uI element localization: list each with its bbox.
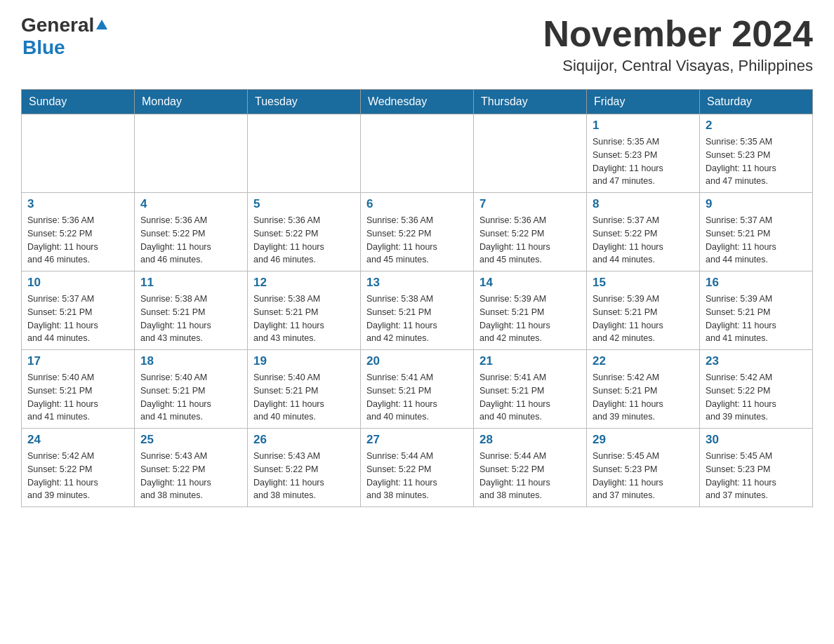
calendar-cell: 19Sunrise: 5:40 AMSunset: 5:21 PMDayligh… bbox=[248, 350, 361, 429]
day-number: 29 bbox=[593, 433, 694, 447]
day-number: 28 bbox=[479, 433, 581, 447]
calendar-cell: 6Sunrise: 5:36 AMSunset: 5:22 PMDaylight… bbox=[361, 193, 474, 271]
calendar-cell: 28Sunrise: 5:44 AMSunset: 5:22 PMDayligh… bbox=[474, 429, 587, 507]
day-info: Sunrise: 5:45 AMSunset: 5:23 PMDaylight:… bbox=[593, 450, 694, 502]
day-info: Sunrise: 5:44 AMSunset: 5:22 PMDaylight:… bbox=[479, 450, 581, 502]
calendar-cell: 2Sunrise: 5:35 AMSunset: 5:23 PMDaylight… bbox=[700, 114, 813, 193]
calendar-cell: 21Sunrise: 5:41 AMSunset: 5:21 PMDayligh… bbox=[474, 350, 587, 429]
calendar-cell bbox=[248, 114, 361, 193]
day-number: 25 bbox=[140, 433, 241, 447]
day-info: Sunrise: 5:45 AMSunset: 5:23 PMDaylight:… bbox=[706, 450, 807, 502]
day-number: 1 bbox=[593, 119, 694, 133]
day-info: Sunrise: 5:37 AMSunset: 5:21 PMDaylight:… bbox=[706, 214, 807, 267]
day-number: 18 bbox=[140, 354, 241, 368]
calendar-cell: 24Sunrise: 5:42 AMSunset: 5:22 PMDayligh… bbox=[22, 429, 135, 507]
calendar-cell: 4Sunrise: 5:36 AMSunset: 5:22 PMDaylight… bbox=[135, 193, 248, 271]
day-number: 3 bbox=[27, 197, 128, 211]
column-header-thursday: Thursday bbox=[474, 90, 587, 114]
column-header-saturday: Saturday bbox=[700, 90, 813, 114]
day-info: Sunrise: 5:37 AMSunset: 5:21 PMDaylight:… bbox=[27, 293, 128, 345]
month-title: November 2024 bbox=[543, 14, 813, 54]
day-info: Sunrise: 5:39 AMSunset: 5:21 PMDaylight:… bbox=[479, 293, 581, 345]
day-number: 5 bbox=[253, 197, 355, 211]
calendar-cell: 13Sunrise: 5:38 AMSunset: 5:21 PMDayligh… bbox=[361, 271, 474, 350]
day-number: 17 bbox=[27, 354, 128, 368]
day-info: Sunrise: 5:39 AMSunset: 5:21 PMDaylight:… bbox=[706, 293, 807, 345]
day-info: Sunrise: 5:35 AMSunset: 5:23 PMDaylight:… bbox=[706, 135, 807, 188]
day-number: 14 bbox=[479, 276, 581, 290]
logo: General Blue bbox=[21, 14, 107, 59]
logo-general: General bbox=[21, 14, 94, 36]
day-number: 26 bbox=[253, 433, 355, 447]
day-number: 22 bbox=[593, 354, 694, 368]
day-number: 21 bbox=[479, 354, 581, 368]
day-number: 2 bbox=[706, 119, 807, 133]
calendar-cell: 26Sunrise: 5:43 AMSunset: 5:22 PMDayligh… bbox=[248, 429, 361, 507]
calendar-cell: 25Sunrise: 5:43 AMSunset: 5:22 PMDayligh… bbox=[135, 429, 248, 507]
day-info: Sunrise: 5:36 AMSunset: 5:22 PMDaylight:… bbox=[27, 214, 128, 267]
page-header: General Blue November 2024 Siquijor, Cen… bbox=[21, 14, 813, 75]
week-row-4: 17Sunrise: 5:40 AMSunset: 5:21 PMDayligh… bbox=[22, 350, 813, 429]
day-number: 16 bbox=[706, 276, 807, 290]
day-number: 27 bbox=[366, 433, 468, 447]
day-info: Sunrise: 5:44 AMSunset: 5:22 PMDaylight:… bbox=[366, 450, 468, 502]
day-info: Sunrise: 5:40 AMSunset: 5:21 PMDaylight:… bbox=[140, 371, 241, 424]
logo-blue: Blue bbox=[22, 36, 65, 58]
calendar-cell: 10Sunrise: 5:37 AMSunset: 5:21 PMDayligh… bbox=[22, 271, 135, 350]
column-header-tuesday: Tuesday bbox=[248, 90, 361, 114]
day-number: 7 bbox=[479, 197, 581, 211]
day-info: Sunrise: 5:43 AMSunset: 5:22 PMDaylight:… bbox=[253, 450, 355, 502]
title-block: November 2024 Siquijor, Central Visayas,… bbox=[543, 14, 813, 75]
calendar-cell: 23Sunrise: 5:42 AMSunset: 5:22 PMDayligh… bbox=[700, 350, 813, 429]
calendar-cell bbox=[135, 114, 248, 193]
calendar-cell: 16Sunrise: 5:39 AMSunset: 5:21 PMDayligh… bbox=[700, 271, 813, 350]
day-number: 15 bbox=[593, 276, 694, 290]
day-info: Sunrise: 5:40 AMSunset: 5:21 PMDaylight:… bbox=[27, 371, 128, 424]
day-number: 6 bbox=[366, 197, 468, 211]
day-info: Sunrise: 5:43 AMSunset: 5:22 PMDaylight:… bbox=[140, 450, 241, 502]
column-header-sunday: Sunday bbox=[22, 90, 135, 114]
day-info: Sunrise: 5:39 AMSunset: 5:21 PMDaylight:… bbox=[593, 293, 694, 345]
calendar-cell bbox=[361, 114, 474, 193]
day-number: 11 bbox=[140, 276, 241, 290]
day-info: Sunrise: 5:40 AMSunset: 5:21 PMDaylight:… bbox=[253, 371, 355, 424]
day-number: 9 bbox=[706, 197, 807, 211]
day-info: Sunrise: 5:42 AMSunset: 5:22 PMDaylight:… bbox=[706, 371, 807, 424]
day-number: 23 bbox=[706, 354, 807, 368]
location-subtitle: Siquijor, Central Visayas, Philippines bbox=[543, 57, 813, 75]
calendar-cell: 5Sunrise: 5:36 AMSunset: 5:22 PMDaylight… bbox=[248, 193, 361, 271]
week-row-5: 24Sunrise: 5:42 AMSunset: 5:22 PMDayligh… bbox=[22, 429, 813, 507]
day-number: 24 bbox=[27, 433, 128, 447]
day-info: Sunrise: 5:42 AMSunset: 5:22 PMDaylight:… bbox=[27, 450, 128, 502]
day-info: Sunrise: 5:41 AMSunset: 5:21 PMDaylight:… bbox=[366, 371, 468, 424]
calendar-cell: 14Sunrise: 5:39 AMSunset: 5:21 PMDayligh… bbox=[474, 271, 587, 350]
calendar-cell: 17Sunrise: 5:40 AMSunset: 5:21 PMDayligh… bbox=[22, 350, 135, 429]
week-row-3: 10Sunrise: 5:37 AMSunset: 5:21 PMDayligh… bbox=[22, 271, 813, 350]
day-number: 8 bbox=[593, 197, 694, 211]
day-number: 4 bbox=[140, 197, 241, 211]
day-number: 13 bbox=[366, 276, 468, 290]
calendar-cell: 27Sunrise: 5:44 AMSunset: 5:22 PMDayligh… bbox=[361, 429, 474, 507]
day-number: 20 bbox=[366, 354, 468, 368]
calendar-header-row: SundayMondayTuesdayWednesdayThursdayFrid… bbox=[22, 90, 813, 114]
day-info: Sunrise: 5:36 AMSunset: 5:22 PMDaylight:… bbox=[253, 214, 355, 267]
day-info: Sunrise: 5:37 AMSunset: 5:22 PMDaylight:… bbox=[593, 214, 694, 267]
day-info: Sunrise: 5:36 AMSunset: 5:22 PMDaylight:… bbox=[366, 214, 468, 267]
calendar-table: SundayMondayTuesdayWednesdayThursdayFrid… bbox=[21, 89, 813, 507]
day-info: Sunrise: 5:42 AMSunset: 5:21 PMDaylight:… bbox=[593, 371, 694, 424]
calendar-cell: 9Sunrise: 5:37 AMSunset: 5:21 PMDaylight… bbox=[700, 193, 813, 271]
day-info: Sunrise: 5:38 AMSunset: 5:21 PMDaylight:… bbox=[366, 293, 468, 345]
day-info: Sunrise: 5:36 AMSunset: 5:22 PMDaylight:… bbox=[479, 214, 581, 267]
day-info: Sunrise: 5:41 AMSunset: 5:21 PMDaylight:… bbox=[479, 371, 581, 424]
day-number: 10 bbox=[27, 276, 128, 290]
column-header-friday: Friday bbox=[587, 90, 700, 114]
calendar-cell: 12Sunrise: 5:38 AMSunset: 5:21 PMDayligh… bbox=[248, 271, 361, 350]
calendar-cell: 22Sunrise: 5:42 AMSunset: 5:21 PMDayligh… bbox=[587, 350, 700, 429]
day-number: 12 bbox=[253, 276, 355, 290]
calendar-cell: 18Sunrise: 5:40 AMSunset: 5:21 PMDayligh… bbox=[135, 350, 248, 429]
calendar-cell: 7Sunrise: 5:36 AMSunset: 5:22 PMDaylight… bbox=[474, 193, 587, 271]
week-row-2: 3Sunrise: 5:36 AMSunset: 5:22 PMDaylight… bbox=[22, 193, 813, 271]
calendar-cell bbox=[474, 114, 587, 193]
calendar-cell: 29Sunrise: 5:45 AMSunset: 5:23 PMDayligh… bbox=[587, 429, 700, 507]
calendar-cell: 8Sunrise: 5:37 AMSunset: 5:22 PMDaylight… bbox=[587, 193, 700, 271]
